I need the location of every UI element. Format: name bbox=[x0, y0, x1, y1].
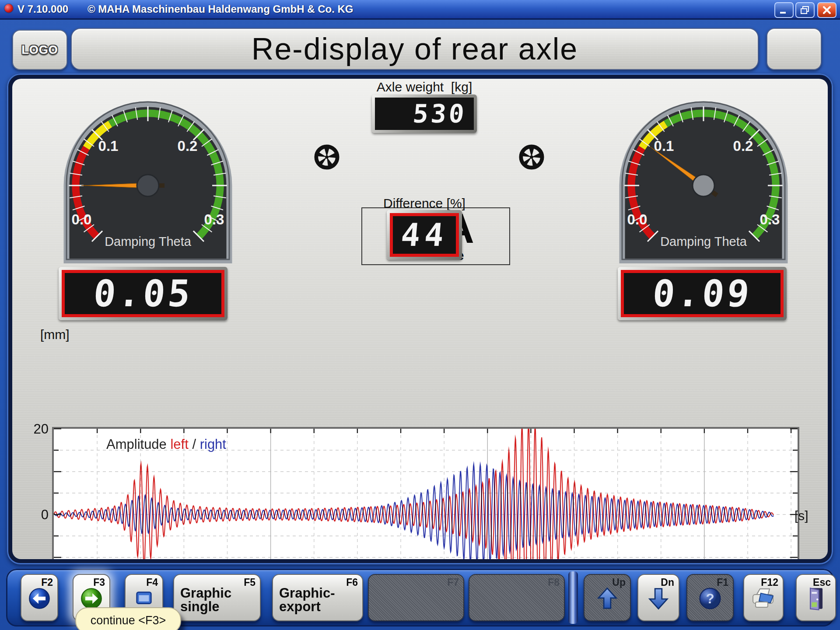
svg-text:0.2: 0.2 bbox=[733, 138, 753, 154]
damping-gauge-right: 0.00.10.20.3Damping Theta bbox=[616, 98, 791, 263]
toolbar-button-f5[interactable]: F5Graphic single bbox=[173, 574, 261, 621]
damping-value-left: 0.05 bbox=[92, 275, 194, 312]
svg-text:0.0: 0.0 bbox=[72, 211, 92, 228]
page-title: Re-display of rear axle bbox=[252, 32, 578, 66]
svg-text:0.1: 0.1 bbox=[98, 138, 119, 154]
header-spacer-box bbox=[766, 28, 822, 70]
toolbar-button-esc[interactable]: Esc bbox=[796, 574, 836, 621]
back-circle-icon bbox=[28, 587, 51, 612]
key-label-f8: F8 bbox=[548, 577, 560, 588]
minimize-button[interactable] bbox=[774, 2, 794, 18]
logo-label: LOGO bbox=[21, 43, 58, 57]
toolbar-button-f12[interactable]: F12 bbox=[743, 574, 784, 621]
close-icon bbox=[822, 6, 832, 14]
toolbar-button-f6[interactable]: F6Graphic- export bbox=[272, 574, 363, 621]
window-titlebar: V 7.10.000 © MAHA Maschinenbau Haldenwan… bbox=[0, 0, 840, 20]
minimize-icon bbox=[779, 6, 789, 14]
key-label-f12: F12 bbox=[761, 577, 778, 588]
toolbar-button-dn[interactable]: Dn bbox=[637, 574, 679, 621]
axle-weight-display: 530 bbox=[372, 94, 477, 133]
difference-label: Difference [%] bbox=[383, 196, 466, 211]
toolbar-button-f1: F1? bbox=[686, 574, 734, 621]
application-window: V 7.10.000 © MAHA Maschinenbau Haldenwan… bbox=[0, 0, 840, 630]
svg-text:Damping Theta: Damping Theta bbox=[105, 234, 192, 248]
axle-weight-label: Axle weight [kg] bbox=[377, 80, 472, 94]
svg-text:0.2: 0.2 bbox=[178, 138, 198, 154]
wheel-icon-left bbox=[314, 144, 340, 170]
app-icon bbox=[4, 4, 13, 13]
window-copyright: © MAHA Maschinenbau Haldenwang GmbH & Co… bbox=[88, 3, 354, 15]
svg-text:Damping Theta: Damping Theta bbox=[660, 234, 747, 248]
x-axis-unit: [s] bbox=[794, 508, 808, 523]
svg-text:0.0: 0.0 bbox=[627, 211, 648, 228]
difference-value: 44 bbox=[399, 219, 449, 251]
toolbar-button-up: Up bbox=[584, 574, 631, 621]
difference-display: 44 bbox=[387, 210, 462, 260]
chart-legend: Amplitude left / right bbox=[106, 437, 226, 452]
toolbar-button-f2[interactable]: F2 bbox=[21, 574, 58, 621]
legend-right: right bbox=[200, 437, 226, 452]
legend-separator: / bbox=[189, 437, 200, 452]
svg-text:0.3: 0.3 bbox=[760, 211, 780, 228]
axle-weight-value: 530 bbox=[412, 101, 468, 126]
key-label-f5: F5 bbox=[244, 577, 256, 588]
button-label-f5: Graphic single bbox=[180, 586, 231, 613]
damping-display-right: 0.09 bbox=[618, 267, 787, 320]
toolbar-button-f8: F8 bbox=[469, 574, 565, 621]
damping-display-left: 0.05 bbox=[59, 267, 228, 320]
wheel-icon-right bbox=[519, 144, 544, 170]
printer-icon bbox=[750, 587, 777, 612]
damping-value-right: 0.09 bbox=[651, 275, 753, 312]
key-label-f3: F3 bbox=[93, 577, 105, 588]
toolbar-divider bbox=[568, 571, 578, 624]
damping-gauge-left: 0.00.10.20.3Damping Theta bbox=[60, 98, 235, 263]
svg-text:0.3: 0.3 bbox=[204, 211, 224, 228]
key-label-f6: F6 bbox=[346, 577, 358, 588]
continue-tooltip: continue <F3> bbox=[75, 607, 181, 630]
logo-button[interactable]: LOGO bbox=[12, 30, 67, 70]
svg-text:?: ? bbox=[706, 591, 714, 606]
restore-icon bbox=[800, 6, 810, 14]
restore-button[interactable] bbox=[795, 2, 815, 18]
question-icon: ? bbox=[698, 586, 722, 612]
panel-surface: 0.00.10.20.3Damping Theta 0.00.10.20.3Da… bbox=[12, 79, 828, 559]
legend-left: left bbox=[170, 437, 188, 452]
legend-prefix: Amplitude bbox=[106, 437, 170, 452]
down-arrow-icon bbox=[647, 586, 670, 612]
window-icon bbox=[134, 589, 154, 610]
y-axis-unit: [mm] bbox=[40, 327, 70, 342]
exit-door-icon bbox=[805, 586, 827, 612]
up-arrow-icon bbox=[595, 586, 619, 612]
toolbar-button-f7: F7 bbox=[368, 574, 464, 621]
button-label-f6: Graphic- export bbox=[279, 586, 335, 613]
close-button[interactable] bbox=[817, 2, 836, 18]
key-label-f7: F7 bbox=[447, 577, 459, 588]
tooltip-text: continue <F3> bbox=[91, 614, 166, 627]
window-version: V 7.10.000 bbox=[18, 3, 68, 15]
key-label-f4: F4 bbox=[146, 577, 158, 588]
key-label-f2: F2 bbox=[41, 577, 53, 588]
main-panel: 0.00.10.20.3Damping Theta 0.00.10.20.3Da… bbox=[7, 74, 833, 564]
page-title-bar: Re-display of rear axle bbox=[71, 28, 759, 70]
amplitude-chart bbox=[23, 403, 828, 559]
